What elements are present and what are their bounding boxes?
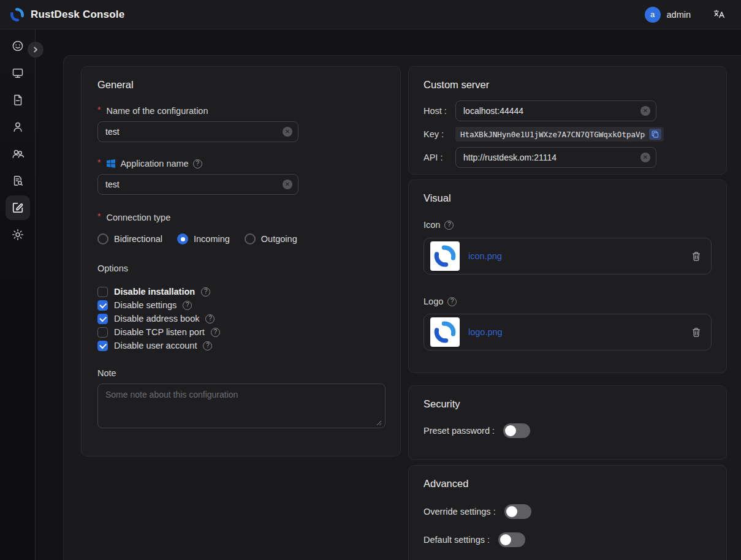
radio-icon[interactable]: [177, 233, 188, 244]
help-icon[interactable]: ?: [205, 314, 215, 324]
name-field: ✕: [97, 121, 298, 142]
general-card-title: General: [97, 79, 384, 91]
required-asterisk: *: [97, 105, 101, 115]
help-icon[interactable]: ?: [183, 301, 192, 310]
host-row: Host : ✕: [424, 100, 712, 121]
translate-icon[interactable]: [713, 9, 725, 21]
checkbox-disable-user-account[interactable]: Disable user account ?: [97, 339, 384, 352]
api-row: API : ✕: [424, 147, 712, 168]
default-settings-row: Default settings :: [424, 532, 712, 547]
clear-icon[interactable]: ✕: [640, 153, 650, 162]
users-group-icon: [11, 147, 25, 161]
radio-bidirectional[interactable]: Bidirectional: [97, 233, 162, 244]
resize-handle-icon[interactable]: [376, 420, 382, 426]
checkbox-disable-settings[interactable]: Disable settings ?: [97, 298, 384, 312]
icon-label: Icon ?: [424, 220, 712, 230]
help-icon[interactable]: ?: [201, 287, 210, 297]
default-settings-toggle[interactable]: [498, 532, 525, 547]
help-icon[interactable]: ?: [211, 328, 220, 337]
checkbox-icon[interactable]: [97, 341, 108, 351]
sidebar-nav: [0, 29, 36, 560]
user-icon: [11, 120, 25, 134]
key-value: HtaXBkJNHyn0e1U1jWXze7A7CN7QTGWqxkOtpaVp…: [460, 130, 645, 139]
api-input[interactable]: [455, 147, 656, 168]
host-label: Host :: [424, 106, 455, 116]
api-field: ✕: [455, 147, 656, 168]
trash-icon[interactable]: [691, 251, 701, 262]
sidebar-item-settings[interactable]: [6, 222, 30, 247]
icon-preview-image: [430, 241, 460, 271]
sidebar-item-custom-clients[interactable]: [6, 195, 30, 220]
logo-label: Logo ?: [424, 297, 712, 306]
radio-outgoing[interactable]: Outgoing: [245, 233, 297, 244]
clear-icon[interactable]: ✕: [283, 127, 292, 137]
security-title: Security: [424, 398, 712, 410]
api-label: API :: [424, 153, 455, 162]
chevron-right-icon: [32, 46, 39, 53]
override-settings-row: Override settings :: [424, 504, 712, 519]
preset-password-toggle[interactable]: [503, 423, 530, 438]
document-search-icon: [11, 174, 25, 187]
visual-card: Visual Icon ? icon.png Logo: [408, 180, 727, 373]
override-settings-label: Override settings :: [424, 507, 496, 516]
sidebar-item-devices[interactable]: [6, 61, 30, 85]
main-content: General * Name of the configuration ✕ * …: [63, 55, 741, 560]
help-icon[interactable]: ?: [193, 159, 202, 168]
edit-square-icon: [11, 201, 25, 214]
application-name-input[interactable]: [97, 174, 298, 195]
clear-icon[interactable]: ✕: [640, 106, 650, 116]
checkbox-icon[interactable]: [97, 300, 108, 311]
name-field-label: * Name of the configuration: [97, 106, 384, 116]
checkbox-disable-installation[interactable]: Disable installation ?: [97, 285, 384, 298]
key-value-chip: HtaXBkJNHyn0e1U1jWXze7A7CN7QTGWqxkOtpaVp…: [455, 127, 664, 142]
checkbox-icon[interactable]: [97, 314, 108, 324]
document-icon: [11, 93, 25, 107]
sidebar-item-address-books[interactable]: [6, 168, 30, 193]
copy-icon[interactable]: [649, 129, 661, 140]
required-asterisk: *: [97, 157, 101, 167]
note-textarea[interactable]: [97, 384, 386, 428]
username: admin: [667, 10, 691, 20]
logo-preview-image: [430, 317, 460, 347]
user-menu[interactable]: a admin: [645, 7, 691, 23]
advanced-card: Advanced Override settings : Default set…: [408, 465, 727, 560]
logo-filename-link[interactable]: logo.png: [468, 327, 503, 337]
sidebar-item-audits[interactable]: [6, 88, 30, 112]
sidebar-item-groups[interactable]: [6, 142, 30, 166]
note-label: Note: [97, 368, 384, 378]
visual-title: Visual: [424, 192, 712, 204]
name-input[interactable]: [97, 121, 298, 142]
icon-filename-link[interactable]: icon.png: [468, 251, 502, 261]
application-name-label: * Application name ?: [97, 159, 384, 168]
note-field: [97, 384, 384, 431]
radio-incoming[interactable]: Incoming: [177, 233, 230, 244]
monitor-icon: [11, 66, 25, 80]
radio-icon[interactable]: [245, 233, 256, 244]
connection-type-group: Bidirectional Incoming Outgoing: [97, 233, 384, 244]
brand: RustDesk Console: [10, 7, 124, 22]
clear-icon[interactable]: ✕: [283, 180, 292, 189]
avatar[interactable]: a: [645, 7, 661, 23]
sidebar-item-dashboard[interactable]: [6, 34, 30, 58]
app-title: RustDesk Console: [31, 9, 124, 21]
advanced-title: Advanced: [424, 478, 712, 490]
checkbox-icon[interactable]: [97, 287, 108, 297]
checkbox-disable-address-book[interactable]: Disable address book ?: [97, 312, 384, 325]
trash-icon[interactable]: [691, 327, 701, 338]
help-icon[interactable]: ?: [447, 297, 457, 306]
logo-file-row: logo.png: [424, 314, 712, 350]
icon-file-row: icon.png: [424, 238, 712, 274]
radio-icon[interactable]: [97, 233, 108, 244]
checkbox-disable-tcp-listen-port[interactable]: Disable TCP listen port ?: [97, 325, 384, 339]
smiley-icon: [11, 39, 25, 53]
checkbox-icon[interactable]: [97, 327, 108, 338]
sidebar-expand-button[interactable]: [28, 42, 44, 58]
security-card: Security Preset password :: [408, 385, 727, 460]
sidebar-item-users[interactable]: [6, 115, 30, 139]
help-icon[interactable]: ?: [444, 221, 454, 230]
host-input[interactable]: [455, 100, 656, 121]
top-bar: RustDesk Console a admin: [0, 0, 741, 29]
key-label: Key :: [424, 129, 455, 139]
override-settings-toggle[interactable]: [504, 504, 531, 519]
help-icon[interactable]: ?: [203, 341, 212, 350]
